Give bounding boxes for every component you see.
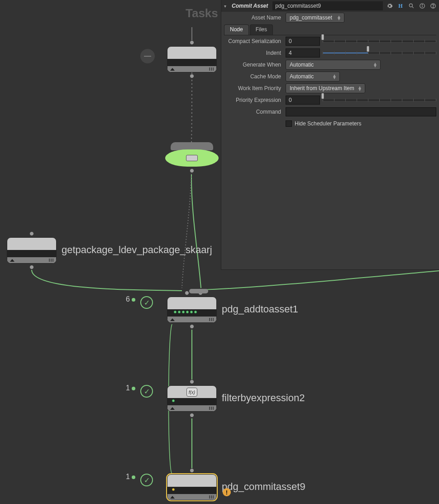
svg-line-1 <box>412 6 413 8</box>
node-footer <box>167 66 216 72</box>
network-title: Tasks <box>186 6 218 20</box>
workitem-count: 1 <box>126 473 135 481</box>
svg-point-6 <box>433 7 433 8</box>
workitem-count: 1 <box>126 384 135 392</box>
command-input[interactable] <box>286 107 436 116</box>
workitem-count: 6 <box>126 295 135 303</box>
hide-scheduler-row: Hide Scheduler Parameters <box>221 118 439 130</box>
parameter-panel: ▾ Commit Asset H Asset Name pdg_commitas… <box>221 0 439 270</box>
search-icon[interactable] <box>407 2 415 10</box>
bypass-badge[interactable]: ─ <box>140 49 155 63</box>
node-label: filterbyexpression2 <box>222 392 305 404</box>
indent-input[interactable] <box>286 48 320 58</box>
select-value: pdg_commitasset <box>290 14 332 21</box>
node-input-port[interactable] <box>190 379 194 384</box>
select-value: Automatic <box>290 73 314 80</box>
node-label: pdg_commitasset9 <box>222 481 305 493</box>
param-label: Work Item Priority <box>224 85 283 91</box>
priority-expression-slider[interactable] <box>323 96 436 105</box>
scheduler-body <box>165 149 219 167</box>
param-label: Compact Serialization <box>224 38 283 44</box>
compact-serialization-row: Compact Serialization <box>221 35 439 47</box>
node-label: getpackage_ldev_package_skaarj <box>62 244 212 256</box>
operator-type-label: Commit Asset <box>230 3 270 9</box>
param-label: Generate When <box>224 62 283 68</box>
node-output-port[interactable] <box>190 168 194 173</box>
tab-files[interactable]: Files <box>250 24 273 35</box>
asset-name-select[interactable]: pdg_commitasset ▲▼ <box>286 13 344 23</box>
checkbox-label: Hide Scheduler Parameters <box>295 120 361 127</box>
work-item-priority-select[interactable]: Inherit from Upstream Item ▲▼ <box>286 83 365 93</box>
help-icon[interactable] <box>429 2 437 10</box>
generate-when-select[interactable]: Automatic ▲▼ <box>286 60 381 70</box>
node-input-port[interactable] <box>29 231 34 236</box>
chevron-updown-icon: ▲▼ <box>373 62 377 67</box>
priority-expression-row: Priority Expression <box>221 94 439 106</box>
gear-icon[interactable] <box>386 2 394 10</box>
node-footer <box>167 317 216 322</box>
chevron-updown-icon: ▲▼ <box>337 15 341 20</box>
panel-body: Compact Serialization Indent Generate Wh… <box>221 35 439 130</box>
indent-slider[interactable] <box>323 48 436 58</box>
graph-node-getpackage[interactable]: getpackage_ldev_package_skaarj <box>7 237 57 264</box>
operator-name-input[interactable] <box>272 1 383 10</box>
info-icon[interactable] <box>418 2 426 10</box>
panel-tabs: Node Files <box>224 24 436 35</box>
graph-node-filter[interactable]: f(x) filterbyexpression2 <box>167 385 217 412</box>
param-label: Priority Expression <box>224 97 283 103</box>
status-success-icon: ✓ <box>140 385 153 398</box>
select-value: Automatic <box>290 62 314 68</box>
node-input-port[interactable] <box>190 468 194 473</box>
chevron-updown-icon: ▲▼ <box>332 74 337 79</box>
graph-node-commit[interactable]: pdg_commitasset9 <box>167 474 217 500</box>
node-label: pdg_addtoasset1 <box>222 303 298 315</box>
graph-node-addtoasset[interactable]: pdg_addtoasset1 <box>167 297 217 323</box>
compact-serialization-slider[interactable] <box>323 37 436 46</box>
status-success-icon: ✓ <box>140 296 153 309</box>
asset-name-row: Asset Name pdg_commitasset ▲▼ <box>221 12 439 24</box>
svg-point-0 <box>409 4 412 7</box>
param-label: Cache Mode <box>224 73 283 80</box>
node-footer <box>7 257 56 263</box>
graph-node-top[interactable] <box>167 46 217 72</box>
svg-point-4 <box>422 5 422 5</box>
filter-icon: f(x) <box>186 388 197 397</box>
priority-expression-input[interactable] <box>286 96 320 105</box>
param-label: Command <box>224 109 283 115</box>
tab-node[interactable]: Node <box>224 24 249 35</box>
node-output-port[interactable] <box>190 324 194 329</box>
node-top-handle[interactable] <box>189 289 208 293</box>
header-icons: H <box>386 2 437 10</box>
cache-mode-row: Cache Mode Automatic ▲▼ <box>221 71 439 82</box>
cache-mode-select[interactable]: Automatic ▲▼ <box>286 72 340 82</box>
chevron-updown-icon: ▲▼ <box>358 86 362 91</box>
param-label: Asset Name <box>224 14 283 21</box>
param-label: Indent <box>224 50 283 56</box>
node-footer <box>167 494 216 500</box>
node-output-port[interactable] <box>190 413 194 418</box>
node-footer <box>167 405 216 411</box>
compact-serialization-input[interactable] <box>286 37 320 46</box>
houdini-icon[interactable]: H <box>396 2 405 10</box>
status-success-icon: ✓ <box>140 474 153 486</box>
node-input-port[interactable] <box>185 291 189 295</box>
node-output-port[interactable] <box>29 265 34 269</box>
indent-row: Indent <box>221 47 439 59</box>
generate-when-row: Generate When Automatic ▲▼ <box>221 59 439 71</box>
graph-node-scheduler[interactable] <box>165 142 219 168</box>
hide-scheduler-checkbox[interactable] <box>286 120 292 127</box>
panel-header: ▾ Commit Asset H <box>221 0 439 12</box>
collapse-icon[interactable]: ▾ <box>223 4 227 9</box>
node-output-port[interactable] <box>190 74 194 78</box>
command-row: Command <box>221 106 439 118</box>
select-value: Inherit from Upstream Item <box>290 85 354 91</box>
status-warning-icon: ! <box>223 488 231 496</box>
node-input-port[interactable] <box>190 40 194 45</box>
work-item-priority-row: Work Item Priority Inherit from Upstream… <box>221 82 439 94</box>
